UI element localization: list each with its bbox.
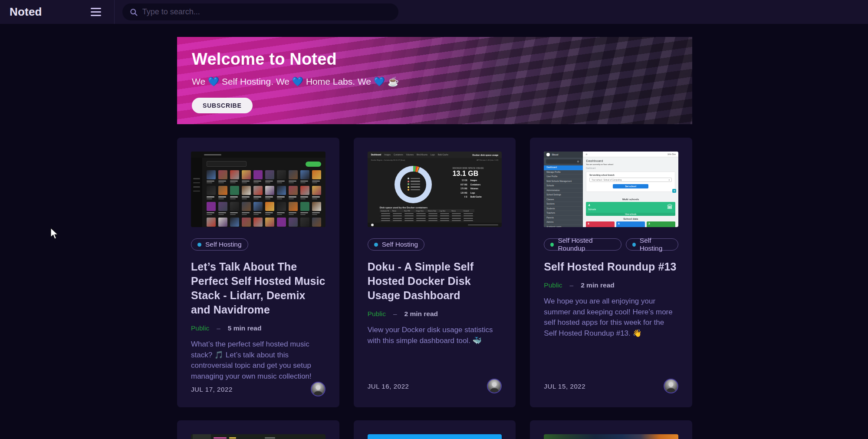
navidrome-sidebar	[191, 158, 202, 227]
album-cover	[207, 218, 216, 227]
skuul-multi-schools-title: Multi schools	[583, 198, 678, 201]
doku-usage-label: DOCKER DISK SPACE USAGE	[453, 167, 500, 169]
post-card-roundup-13[interactable]: Skuul DashboardManage ProfileUser Profil…	[530, 138, 692, 407]
tag-dot	[197, 243, 201, 247]
album-cover	[253, 218, 263, 227]
doku-title: Docker disk space usage	[473, 154, 499, 156]
album-cover	[265, 170, 274, 183]
skuul-branch-label: Set working school branch	[589, 174, 672, 176]
skuul-main: ≡ John Doe Dashboard You are currently o…	[583, 152, 678, 227]
post-date: JUL 15, 2022	[544, 383, 585, 390]
author-avatar[interactable]	[487, 379, 502, 393]
skuul-page-subtitle: You are currently on Your school	[586, 163, 675, 165]
search-icon	[129, 8, 138, 17]
post-thumbnail-partial-1[interactable]	[191, 434, 326, 439]
album-cover	[277, 170, 286, 183]
album-cover	[253, 202, 263, 215]
album-cover	[277, 202, 286, 215]
post-description: View your Docker disk usage statistics w…	[368, 325, 502, 346]
post-thumbnail-doku[interactable]: DashboardImagesContainersVolumesBind Mou…	[368, 152, 502, 227]
album-cover	[230, 202, 239, 215]
doku-engine-info: Docker Engine - Community 20.10.17 (linu…	[371, 159, 405, 161]
post-card-music-stack[interactable]: Self Hosting Let’s Talk About The Perfec…	[177, 138, 339, 407]
subscribe-button[interactable]: SUBSCRIBE	[192, 98, 253, 113]
album-cover	[242, 170, 251, 183]
post-title[interactable]: Self Hosted Roundup #13	[544, 260, 678, 274]
skuul-search	[546, 159, 581, 164]
album-cover	[242, 218, 251, 227]
post-title[interactable]: Doku - A Simple Self Hosted Docker Disk …	[368, 260, 502, 303]
tag-label: Self Hosted Roundup	[558, 237, 615, 252]
album-cover	[242, 202, 251, 215]
tag-label: Self Hosting	[205, 241, 242, 248]
navidrome-add-button	[306, 162, 321, 167]
album-cover	[218, 170, 227, 183]
meta-separator: –	[570, 281, 574, 289]
doku-stats: 13 GBImages607 MBContainers176 MBVolumes…	[453, 179, 500, 198]
post-thumbnail-partial-2[interactable]	[368, 434, 502, 439]
album-cover	[265, 186, 274, 199]
search-bar[interactable]	[122, 3, 398, 20]
hamburger-menu-icon[interactable]	[91, 8, 101, 16]
album-cover	[207, 202, 216, 215]
navidrome-main	[202, 158, 326, 227]
school-building-icon: 🏛	[667, 204, 673, 210]
skuul-logo-icon	[546, 153, 550, 156]
post-title[interactable]: Let’s Talk About The Perfect Self Hosted…	[191, 260, 326, 317]
post-card-partial-3[interactable]	[530, 420, 692, 439]
logo[interactable]: Noted	[10, 5, 42, 19]
tag-label: Self Hosting	[640, 237, 672, 252]
album-cover	[300, 202, 309, 215]
post-thumbnail-partial-3[interactable]	[544, 434, 678, 439]
tag-label: Self Hosting	[382, 241, 418, 248]
navidrome-breadcrumb	[191, 152, 326, 158]
hero-banner: Welcome to Noted We 💙 Self Hosting. We 💙…	[177, 37, 692, 124]
navidrome-search-box	[207, 161, 247, 167]
album-cover	[230, 218, 239, 227]
post-date: JUL 17, 2022	[191, 386, 233, 393]
post-card-partial-2[interactable]	[354, 420, 516, 439]
album-cover	[242, 186, 251, 199]
read-time: 2 min read	[404, 310, 438, 318]
skuul-page-title: Dashboard	[586, 159, 675, 163]
album-cover	[230, 186, 239, 199]
doku-table-header: Container IDNameSize RWImage SizeVolume …	[380, 209, 474, 212]
album-cover	[312, 202, 321, 215]
tag-self-hosted-roundup[interactable]: Self Hosted Roundup	[544, 238, 621, 251]
tag-dot	[374, 243, 378, 247]
album-cover	[277, 218, 286, 227]
tag-self-hosting[interactable]: Self Hosting	[368, 238, 425, 251]
album-cover	[207, 170, 216, 183]
album-cover	[277, 186, 286, 199]
read-time: 2 min read	[581, 281, 615, 289]
author-avatar[interactable]	[664, 379, 678, 393]
read-time: 5 min read	[228, 324, 262, 332]
skuul-breadcrumb: Dashboard	[586, 167, 675, 169]
album-cover	[218, 186, 227, 199]
post-thumbnail-navidrome[interactable]	[191, 152, 326, 227]
doku-chart-legend	[408, 178, 420, 192]
skuul-set-school-button: Set school	[613, 184, 648, 188]
post-grid-row-2	[177, 420, 692, 439]
skuul-help-button: ?	[672, 189, 676, 193]
post-card-doku[interactable]: DashboardImagesContainersVolumesBind Mou…	[354, 138, 516, 407]
tag-self-hosting[interactable]: Self Hosting	[626, 238, 678, 251]
album-cover	[265, 202, 274, 215]
hero-subtitle: We 💙 Self Hosting. We 💙 Home Labs. We 💙 …	[192, 76, 692, 87]
album-cover	[312, 170, 321, 183]
meta-separator: –	[393, 310, 397, 318]
search-input[interactable]	[142, 7, 391, 17]
album-cover	[312, 186, 321, 199]
skuul-stat-cards: 862	[586, 221, 675, 227]
post-description: We hope you are all enjoying your summer…	[544, 296, 678, 339]
author-avatar[interactable]	[311, 382, 326, 396]
post-thumbnail-skuul[interactable]: Skuul DashboardManage ProfileUser Profil…	[544, 152, 678, 227]
album-cover	[218, 218, 227, 227]
album-cover	[253, 170, 263, 183]
post-description: What’s the perfect self hosted music sta…	[191, 339, 326, 382]
post-card-partial-1[interactable]	[177, 420, 339, 439]
album-cover	[289, 202, 298, 215]
tag-self-hosting[interactable]: Self Hosting	[191, 238, 248, 251]
mouse-cursor	[50, 228, 59, 241]
doku-usage-total: 13.1 GB	[453, 170, 500, 178]
